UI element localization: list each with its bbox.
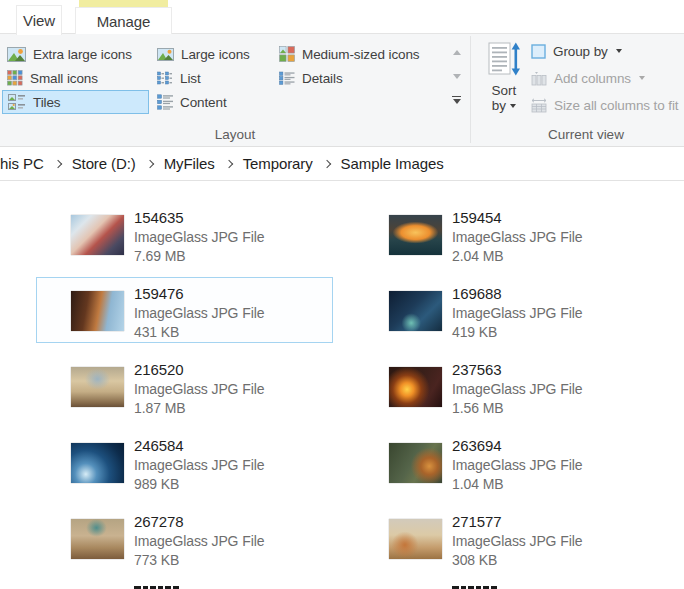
ribbon: Extra large icons Small icons Tiles (0, 34, 684, 147)
view-option-label: List (180, 71, 201, 86)
file-tile[interactable]: 271577 ImageGlass JPG File 308 KB (354, 505, 651, 571)
file-grid: 154635 ImageGlass JPG File 7.69 MB 15945… (36, 201, 651, 589)
file-type: ImageGlass JPG File (452, 456, 582, 476)
sort-by-icon (488, 42, 520, 76)
sort-by-label-line2: by (492, 98, 506, 113)
view-option-label: Content (180, 95, 227, 110)
file-type: ImageGlass JPG File (134, 380, 264, 400)
file-name: 159476 (134, 284, 264, 304)
medium-sized-icons-icon (279, 46, 295, 62)
add-columns-icon (531, 71, 547, 86)
file-type: ImageGlass JPG File (452, 304, 582, 324)
view-option-tiles[interactable]: Tiles (2, 90, 149, 114)
file-type: ImageGlass JPG File (134, 456, 264, 476)
add-columns-button[interactable]: Add columns (531, 67, 681, 89)
dropdown-arrow-icon (616, 49, 622, 53)
layout-gallery-scroll (447, 40, 466, 112)
tab-manage[interactable]: Manage (75, 7, 172, 34)
tiles-icon (8, 94, 26, 110)
file-name: 154635 (134, 208, 264, 228)
file-name: 267278 (134, 512, 264, 532)
file-thumbnail (71, 367, 124, 407)
file-name: 159454 (452, 208, 582, 228)
file-name: 263694 (452, 436, 582, 456)
file-type: ImageGlass JPG File (134, 304, 264, 324)
file-size: 2.04 MB (452, 247, 582, 267)
file-name: 271577 (452, 512, 582, 532)
down-arrow-icon (453, 74, 461, 79)
file-tile[interactable]: 169688 ImageGlass JPG File 419 KB (354, 277, 651, 343)
file-type: ImageGlass JPG File (452, 532, 582, 552)
group-by-button[interactable]: Group by (531, 40, 681, 62)
view-option-label: Extra large icons (33, 47, 132, 62)
breadcrumb-item[interactable]: Sample Images (330, 155, 455, 172)
dropdown-arrow-icon (510, 104, 516, 108)
breadcrumb-item[interactable]: Store (D:) (61, 155, 147, 172)
file-size: 7.69 MB (134, 247, 264, 267)
file-type: ImageGlass JPG File (452, 380, 582, 400)
contextual-tab-accent (79, 0, 168, 7)
file-thumbnail (71, 519, 124, 559)
file-tile-partial[interactable] (36, 581, 333, 589)
view-option-label: Details (302, 71, 343, 86)
file-name: 237563 (452, 360, 582, 380)
file-list-area[interactable]: 154635 ImageGlass JPG File 7.69 MB 15945… (0, 181, 684, 589)
file-size: 989 KB (134, 475, 264, 495)
file-tile[interactable]: 216520 ImageGlass JPG File 1.87 MB (36, 353, 333, 419)
details-icon (279, 71, 295, 85)
breadcrumb: This PCStore (D:)MyFilesTemporarySample … (0, 155, 455, 172)
file-size: 431 KB (134, 323, 264, 343)
file-type: ImageGlass JPG File (134, 228, 264, 248)
file-tile[interactable]: 159476 ImageGlass JPG File 431 KB (36, 277, 333, 343)
file-tile-partial[interactable] (354, 581, 651, 589)
tab-view[interactable]: View (16, 5, 62, 35)
file-name: 169688 (452, 284, 582, 304)
up-arrow-icon (453, 50, 461, 55)
layout-group-label: Layout (0, 124, 470, 144)
file-thumbnail (389, 519, 442, 559)
file-size: 419 KB (452, 323, 582, 343)
breadcrumb-item[interactable]: Temporary (232, 155, 324, 172)
file-type: ImageGlass JPG File (134, 532, 264, 552)
view-option-extra-large-icons[interactable]: Extra large icons (2, 42, 149, 66)
file-tile[interactable]: 154635 ImageGlass JPG File 7.69 MB (36, 201, 333, 267)
file-tile[interactable]: 267278 ImageGlass JPG File 773 KB (36, 505, 333, 571)
gallery-more-button[interactable] (447, 88, 466, 112)
current-view-group-label: Current view (472, 124, 684, 144)
size-all-columns-icon (531, 97, 547, 113)
view-option-details[interactable]: Details (274, 66, 446, 90)
file-size: 773 KB (134, 551, 264, 571)
size-all-columns-label: Size all columns to fit (554, 98, 679, 113)
file-name: 246584 (134, 436, 264, 456)
view-option-small-icons[interactable]: Small icons (2, 66, 149, 90)
group-by-label: Group by (553, 44, 608, 59)
more-options-icon (452, 96, 461, 105)
view-option-list[interactable]: List (152, 66, 272, 90)
dropdown-arrow-icon (639, 76, 645, 80)
group-by-icon (531, 44, 546, 59)
file-size: 1.87 MB (134, 399, 264, 419)
file-size: 308 KB (452, 551, 582, 571)
add-columns-label: Add columns (554, 71, 631, 86)
gallery-scroll-up-button[interactable] (447, 40, 466, 64)
ribbon-group-separator (470, 36, 471, 143)
size-all-columns-button[interactable]: Size all columns to fit (531, 94, 681, 116)
file-tile[interactable]: 159454 ImageGlass JPG File 2.04 MB (354, 201, 651, 267)
breadcrumb-item[interactable]: This PC (0, 155, 55, 172)
file-tile[interactable]: 246584 ImageGlass JPG File 989 KB (36, 429, 333, 495)
address-bar[interactable]: This PCStore (D:)MyFilesTemporarySample … (0, 147, 684, 181)
file-thumbnail (71, 443, 124, 483)
gallery-scroll-down-button[interactable] (447, 64, 466, 88)
view-option-medium-sized-icons[interactable]: Medium-sized icons (274, 42, 446, 66)
file-type: ImageGlass JPG File (452, 228, 582, 248)
view-option-content[interactable]: Content (152, 90, 272, 114)
content-icon (157, 94, 173, 110)
view-option-label: Medium-sized icons (302, 47, 420, 62)
file-thumbnail (71, 291, 124, 331)
breadcrumb-item[interactable]: MyFiles (153, 155, 226, 172)
view-option-large-icons[interactable]: Large icons (152, 42, 272, 66)
file-tile[interactable]: 237563 ImageGlass JPG File 1.56 MB (354, 353, 651, 419)
file-thumbnail (389, 215, 442, 255)
file-thumbnail (389, 367, 442, 407)
file-tile[interactable]: 263694 ImageGlass JPG File 1.04 MB (354, 429, 651, 495)
